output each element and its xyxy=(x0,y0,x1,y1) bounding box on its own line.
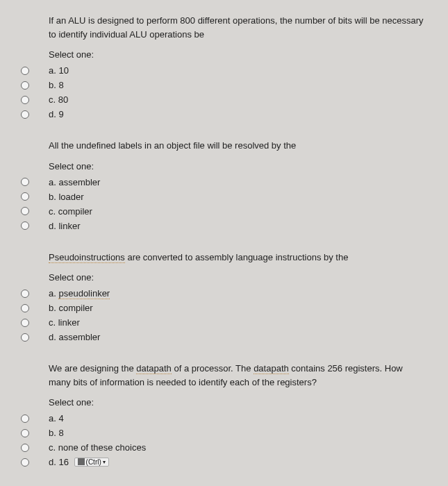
question-text: We are designing the datapath of a proce… xyxy=(49,362,427,389)
option-row[interactable]: a. pseudolinker xyxy=(21,288,427,299)
select-one-label: Select one: xyxy=(49,161,427,171)
radio-icon[interactable] xyxy=(21,414,29,423)
radio-icon[interactable] xyxy=(21,81,29,90)
option-row[interactable]: a. 4 xyxy=(21,413,427,424)
option-row[interactable]: d. assembler xyxy=(21,332,427,342)
question-text: All the undefined labels in an object fi… xyxy=(49,139,427,153)
underlined-term: pseudolinker xyxy=(58,288,110,299)
option-row[interactable]: a. 10 xyxy=(21,65,427,76)
option-label: b. 8 xyxy=(49,80,64,90)
option-label: c. linker xyxy=(49,317,80,328)
option-label: d. assembler xyxy=(49,332,100,342)
select-one-label: Select one: xyxy=(49,397,427,408)
radio-icon[interactable] xyxy=(21,221,29,230)
option-row[interactable]: d. 9 xyxy=(21,109,427,119)
question-block: We are designing the datapath of a proce… xyxy=(49,362,427,467)
option-row[interactable]: c. 80 xyxy=(21,94,427,105)
radio-icon[interactable] xyxy=(21,458,29,467)
option-row[interactable]: c. none of these choices xyxy=(21,442,427,453)
question-rest: are converted to assembly language instr… xyxy=(125,252,349,262)
clipboard-icon xyxy=(78,458,85,465)
option-label: d. 16 (Ctrl) ▾ xyxy=(49,457,109,467)
option-row[interactable]: b. 8 xyxy=(21,428,427,438)
option-row[interactable]: d. 16 (Ctrl) ▾ xyxy=(21,457,427,467)
option-row[interactable]: a. assembler xyxy=(21,177,427,187)
option-row[interactable]: b. compiler xyxy=(21,303,427,313)
option-label: d. linker xyxy=(49,221,81,231)
underlined-term: Pseudoinstructions xyxy=(49,252,125,263)
option-row[interactable]: d. linker xyxy=(21,221,427,231)
option-label: c. compiler xyxy=(49,206,92,217)
option-label: a. pseudolinker xyxy=(49,288,110,299)
option-row[interactable]: b. loader xyxy=(21,192,427,202)
radio-icon[interactable] xyxy=(21,110,29,119)
option-label: a. assembler xyxy=(49,177,100,187)
radio-icon[interactable] xyxy=(21,333,29,342)
option-row[interactable]: b. 8 xyxy=(21,80,427,90)
radio-icon[interactable] xyxy=(21,429,29,437)
quiz-content: If an ALU is designed to perform 800 dif… xyxy=(21,14,427,467)
radio-icon[interactable] xyxy=(21,96,29,104)
select-one-label: Select one: xyxy=(49,272,427,283)
option-label: c. 80 xyxy=(49,94,68,105)
chevron-down-icon: ▾ xyxy=(103,459,106,465)
option-label: b. loader xyxy=(49,192,84,202)
radio-icon[interactable] xyxy=(21,67,29,75)
question-block: If an ALU is designed to perform 800 dif… xyxy=(49,14,427,119)
radio-icon[interactable] xyxy=(21,319,29,327)
underlined-term: datapath xyxy=(136,363,172,374)
radio-icon[interactable] xyxy=(21,290,29,298)
option-label: b. 8 xyxy=(49,428,64,438)
option-label: d. 9 xyxy=(49,109,64,119)
option-label: a. 4 xyxy=(49,413,64,424)
radio-icon[interactable] xyxy=(21,192,29,201)
question-text: If an ALU is designed to perform 800 dif… xyxy=(49,14,427,41)
option-label: a. 10 xyxy=(49,65,69,76)
option-label: c. none of these choices xyxy=(49,442,146,453)
radio-icon[interactable] xyxy=(21,304,29,312)
underlined-term: datapath xyxy=(254,363,289,374)
select-one-label: Select one: xyxy=(49,49,427,60)
radio-icon[interactable] xyxy=(21,207,29,215)
radio-icon[interactable] xyxy=(21,178,29,186)
option-label: b. compiler xyxy=(49,303,93,313)
question-block: Pseudoinstructions are converted to asse… xyxy=(49,251,427,343)
option-row[interactable]: c. linker xyxy=(21,317,427,328)
option-row[interactable]: c. compiler xyxy=(21,206,427,217)
ctrl-paste-tag[interactable]: (Ctrl) ▾ xyxy=(74,458,109,467)
question-block: All the undefined labels in an object fi… xyxy=(49,139,427,231)
question-text: Pseudoinstructions are converted to asse… xyxy=(49,251,427,265)
radio-icon[interactable] xyxy=(21,444,29,452)
